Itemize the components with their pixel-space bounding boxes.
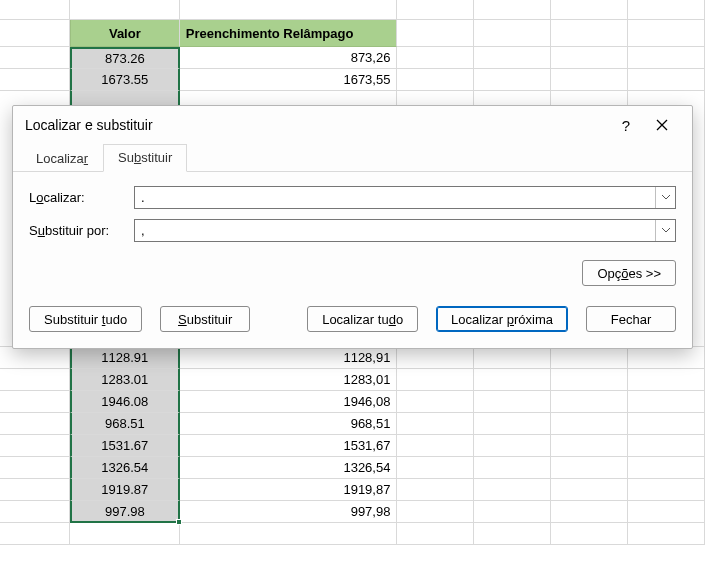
cell-blank[interactable]	[628, 457, 705, 479]
cell-blank[interactable]	[0, 369, 70, 391]
cell-blank[interactable]	[551, 501, 628, 523]
replace-input[interactable]	[135, 220, 655, 241]
cell-blank[interactable]	[0, 435, 70, 457]
cell-preench[interactable]: 1283,01	[180, 369, 398, 391]
cell-blank[interactable]	[474, 413, 551, 435]
cell-preench[interactable]: 1673,55	[180, 69, 398, 91]
replace-combobox[interactable]	[134, 219, 676, 242]
cell-blank[interactable]	[474, 347, 551, 369]
cell-valor[interactable]: 1946.08	[70, 391, 180, 413]
cell-blank[interactable]	[0, 523, 70, 545]
cell-blank[interactable]	[628, 435, 705, 457]
cell-valor[interactable]: 968.51	[70, 413, 180, 435]
cell-blank[interactable]	[551, 20, 628, 47]
cell-blank[interactable]	[628, 369, 705, 391]
cell-blank[interactable]	[551, 47, 628, 69]
cell-blank[interactable]	[0, 501, 70, 523]
help-button[interactable]: ?	[608, 110, 644, 140]
cell-blank[interactable]	[628, 479, 705, 501]
cell-blank[interactable]	[397, 47, 474, 69]
cell-blank[interactable]	[551, 0, 628, 20]
cell-blank[interactable]	[474, 20, 551, 47]
cell-blank[interactable]	[397, 391, 474, 413]
cell-blank[interactable]	[628, 0, 705, 20]
cell-blank[interactable]	[628, 413, 705, 435]
cell-preench[interactable]: 1919,87	[180, 479, 398, 501]
cell-preench[interactable]: 968,51	[180, 413, 398, 435]
cell-preench[interactable]: 997,98	[180, 501, 398, 523]
cell-blank[interactable]	[474, 69, 551, 91]
find-all-button[interactable]: Localizar tudo	[307, 306, 418, 332]
close-icon[interactable]	[644, 110, 680, 140]
cell-blank[interactable]	[397, 69, 474, 91]
tab-replace[interactable]: Substituir	[103, 144, 187, 172]
chevron-down-icon[interactable]	[655, 187, 675, 208]
cell-valor[interactable]: 1531.67	[70, 435, 180, 457]
cell-blank[interactable]	[0, 347, 70, 369]
cell-blank[interactable]	[628, 47, 705, 69]
cell-blank[interactable]	[628, 391, 705, 413]
cell-blank[interactable]	[397, 435, 474, 457]
cell-blank[interactable]	[628, 347, 705, 369]
cell-blank[interactable]	[397, 457, 474, 479]
dialog-titlebar[interactable]: Localizar e substituir ?	[13, 106, 692, 144]
tab-find[interactable]: Localizar	[21, 145, 103, 172]
column-header-valor[interactable]: Valor	[70, 20, 180, 47]
cell-blank[interactable]	[474, 47, 551, 69]
cell-blank[interactable]	[551, 69, 628, 91]
cell-blank[interactable]	[474, 435, 551, 457]
cell-valor[interactable]: 873.26	[70, 47, 180, 69]
cell-valor[interactable]: 1919.87	[70, 479, 180, 501]
cell-blank[interactable]	[551, 479, 628, 501]
cell-blank[interactable]	[551, 523, 628, 545]
cell-preench[interactable]: 873,26	[180, 47, 398, 69]
cell-blank[interactable]	[474, 369, 551, 391]
cell-blank[interactable]	[551, 391, 628, 413]
cell-preench[interactable]: 1531,67	[180, 435, 398, 457]
cell-blank[interactable]	[0, 391, 70, 413]
cell-blank[interactable]	[474, 0, 551, 20]
cell-blank[interactable]	[70, 523, 180, 545]
find-next-button[interactable]: Localizar próxima	[436, 306, 568, 332]
cell-blank[interactable]	[0, 479, 70, 501]
cell-blank[interactable]	[0, 20, 70, 47]
cell-blank[interactable]	[397, 0, 474, 20]
cell-blank[interactable]	[628, 501, 705, 523]
cell-blank[interactable]	[551, 435, 628, 457]
cell-blank[interactable]	[397, 413, 474, 435]
fill-handle[interactable]	[176, 519, 182, 525]
cell-blank[interactable]	[628, 20, 705, 47]
cell-preench[interactable]: 1326,54	[180, 457, 398, 479]
cell-blank[interactable]	[180, 0, 398, 20]
cell-blank[interactable]	[70, 0, 180, 20]
cell-blank[interactable]	[0, 413, 70, 435]
cell-valor[interactable]: 997.98	[70, 501, 180, 523]
cell-preench[interactable]: 1128,91	[180, 347, 398, 369]
find-combobox[interactable]	[134, 186, 676, 209]
cell-blank[interactable]	[474, 391, 551, 413]
cell-blank[interactable]	[628, 523, 705, 545]
cell-blank[interactable]	[628, 69, 705, 91]
cell-valor[interactable]: 1326.54	[70, 457, 180, 479]
cell-blank[interactable]	[397, 501, 474, 523]
chevron-down-icon[interactable]	[655, 220, 675, 241]
cell-valor[interactable]: 1673.55	[70, 69, 180, 91]
options-button[interactable]: Opções >>	[582, 260, 676, 286]
cell-blank[interactable]	[0, 457, 70, 479]
cell-blank[interactable]	[474, 501, 551, 523]
cell-preench[interactable]: 1946,08	[180, 391, 398, 413]
close-button[interactable]: Fechar	[586, 306, 676, 332]
cell-blank[interactable]	[474, 523, 551, 545]
cell-blank[interactable]	[0, 69, 70, 91]
cell-blank[interactable]	[551, 347, 628, 369]
cell-blank[interactable]	[551, 457, 628, 479]
cell-blank[interactable]	[474, 457, 551, 479]
cell-blank[interactable]	[397, 347, 474, 369]
cell-blank[interactable]	[397, 523, 474, 545]
cell-valor[interactable]: 1128.91	[70, 347, 180, 369]
replace-button[interactable]: Substituir	[160, 306, 250, 332]
cell-blank[interactable]	[397, 479, 474, 501]
cell-blank[interactable]	[551, 413, 628, 435]
cell-blank[interactable]	[180, 523, 398, 545]
cell-blank[interactable]	[0, 47, 70, 69]
